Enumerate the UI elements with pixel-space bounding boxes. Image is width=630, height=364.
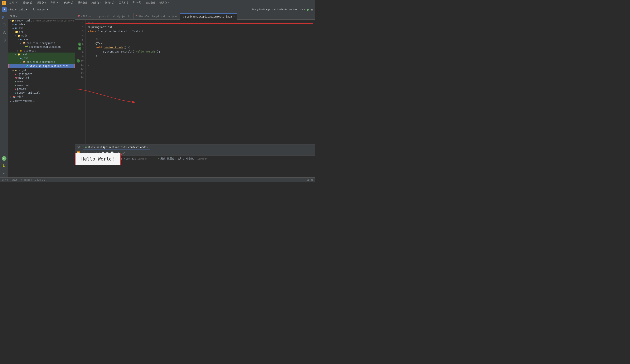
tree-label-resources: resources	[22, 49, 36, 52]
line-num-8: 8	[75, 50, 84, 55]
run-tab[interactable]: ▣ StudyJunitApplicationTests.contextLoad…	[84, 145, 150, 149]
tree-item-pkg-test[interactable]: ▾ 📦 com.zibo.studyjunit	[8, 60, 75, 64]
svg-point-2	[33, 8, 34, 9]
tree-item-helpmd[interactable]: MD HELP.md	[8, 76, 75, 80]
line-num-9: 9	[75, 55, 84, 59]
menu-refactor[interactable]: 重构(R)	[76, 1, 89, 5]
run-indicator-6[interactable]: ↺	[78, 42, 81, 46]
menu-view[interactable]: 视图(V)	[35, 1, 48, 5]
tree-item-app[interactable]: 🌱 StudyJunitApplication	[8, 45, 75, 49]
tree-item-mvnw[interactable]: ● mvnw	[8, 80, 75, 83]
hello-world-output: Hello World!	[75, 153, 121, 165]
svg-line-11	[3, 32, 4, 33]
sidebar-icon-project[interactable]	[2, 15, 7, 20]
tree-item-target[interactable]: ▶ ■ target	[8, 68, 75, 72]
tree-item-pkg-main[interactable]: ▾ 📦 com.zibo.studyjunit	[8, 41, 75, 45]
tab-helpmd[interactable]: MD HELP.md	[75, 13, 94, 19]
sidebar-icon-more[interactable]: ···	[2, 46, 7, 51]
code-new-2: 新 *	[88, 37, 312, 41]
code-line-6: @SpringBootTest	[88, 25, 312, 29]
run-tab-close[interactable]: ✕	[147, 146, 148, 148]
menu-file[interactable]: 文件(F)	[8, 1, 20, 5]
run-config-label: StudyJunitApplicationTests.contextLoads	[252, 8, 306, 11]
tree-label-pomxml: pom.xml	[17, 87, 28, 90]
svg-point-14	[4, 40, 4, 40]
settings-button[interactable]: ⚙	[311, 8, 313, 11]
menu-items: 文件(F) 编辑(E) 视图(V) 导航(N) 代码(C) 重构(R) 构建(B…	[8, 1, 171, 5]
tree-item-pomxml[interactable]: V pom.xml	[8, 87, 75, 91]
tree-label-mvnwcmd: mvnw.cmd	[17, 84, 29, 87]
tree-item-java-test[interactable]: ▾ ◼ java	[8, 56, 75, 60]
svg-text:S: S	[4, 2, 4, 4]
tree-label-app: StudyJunitApplication	[29, 45, 61, 48]
tree-label-root: study-junit	[15, 19, 32, 22]
line-num-2: 2	[75, 25, 84, 29]
hello-world-text: Hello World!	[81, 156, 114, 162]
line-num-11: 11	[75, 63, 84, 67]
project-panel-label: 项目	[10, 14, 15, 18]
line-num-4: 4	[75, 34, 84, 38]
menu-build[interactable]: 构建(B)	[90, 1, 103, 5]
menu-run[interactable]: 运行(U)	[104, 1, 116, 5]
tree-item-idea[interactable]: ▶ ■ .idea	[8, 22, 75, 26]
menu-edit[interactable]: 编辑(E)	[21, 1, 34, 5]
sidebar-icon-structure[interactable]	[2, 30, 7, 35]
tree-item-scratch[interactable]: ▶ ≡ 临时文件和控制台	[8, 99, 75, 103]
status-spaces: 4 spaces	[21, 178, 32, 181]
sidebar-icon-settings[interactable]: ⚙	[2, 171, 7, 176]
line-num-7: ✓ 7	[75, 46, 84, 50]
sidebar-icon-debug[interactable]: 🐛	[2, 163, 7, 168]
sidebar-icon-run[interactable]: ▶	[2, 156, 6, 161]
menu-help[interactable]: 帮助(H)	[158, 1, 171, 5]
branch-selector[interactable]: master ▾	[37, 8, 48, 11]
menu-git[interactable]: Git(G)	[131, 1, 143, 5]
tree-item-resources[interactable]: ▶ ■ resources	[8, 49, 75, 52]
code-line-7: class StudyJunitApplicationTests {	[88, 29, 312, 33]
tab-pomxml[interactable]: V pom.xml (study-junit)	[94, 13, 134, 19]
tree-item-external-libs[interactable]: ▶ 📚 外部库	[8, 95, 75, 99]
project-badge: S	[2, 7, 7, 12]
tab-studytests[interactable]: J StudyJunitApplicationTests.java ✕	[180, 13, 238, 19]
run-button[interactable]: ▶	[307, 7, 310, 12]
tree-item-mvn[interactable]: ▶ ■ .mvn	[8, 26, 75, 30]
menu-tools[interactable]: 工具(T)	[117, 1, 130, 5]
code-view: 1 2 3 4 5 ↺ 6 ✓ 7 8	[75, 19, 315, 144]
tree-label-target: target	[17, 69, 26, 72]
menu-window[interactable]: 窗口(W)	[144, 1, 157, 5]
status-bar: UTF-8 CRLF 4 spaces Java 11 11:35	[0, 177, 315, 182]
sidebar-icon-maven[interactable]	[2, 37, 7, 42]
tab-label-studyapp: StudyJunitApplication.java	[138, 15, 178, 18]
menu-code[interactable]: 代码(C)	[62, 1, 75, 5]
sidebar-icon-bookmark[interactable]	[2, 22, 7, 27]
line-num-1: 1	[75, 21, 84, 25]
code-content[interactable]: 新 * @SpringBootTest class StudyJunitAppl…	[86, 19, 315, 144]
tree-item-mvnwcmd[interactable]: ● mvnw.cmd	[8, 83, 75, 87]
line-num-5: 5	[75, 38, 84, 42]
run-expand-icon[interactable]: ⬡	[121, 151, 123, 154]
tree-item-gitignore[interactable]: ● .gitignore	[8, 72, 75, 76]
tree-label-scratch: 临时文件和控制台	[15, 99, 35, 103]
status-line-sep: CRLF	[12, 178, 18, 181]
menu-nav[interactable]: 导航(N)	[48, 1, 62, 5]
svg-rect-7	[2, 18, 6, 19]
tree-label-pkg-main: com.zibo.studyjunit	[26, 42, 55, 45]
project-selector[interactable]: study-junit ▾	[8, 8, 27, 11]
tab-studyapp[interactable]: J StudyJunitApplication.java	[134, 13, 180, 19]
run-indicator-7[interactable]: ✓	[78, 47, 81, 50]
tree-item-src[interactable]: ▾ 📁 src	[8, 30, 75, 34]
svg-point-10	[5, 33, 6, 34]
tree-label-mvn: .mvn	[17, 27, 23, 29]
tree-item-root[interactable]: ▾ 📁 study-junit D:\MyFile\IDEAProjects\S…	[8, 19, 75, 22]
tab-label-helpmd: HELP.md	[81, 15, 92, 18]
tab-close-studytests[interactable]: ✕	[234, 15, 235, 18]
tree-item-java-main[interactable]: ▾ ◼ java	[8, 37, 75, 41]
status-cursor: 11:35	[306, 178, 313, 181]
code-line-10: void contextLoads () {	[88, 45, 312, 50]
test-result-time: 135毫秒	[197, 157, 207, 161]
tree-item-main[interactable]: ▾ 📁 main	[8, 34, 75, 37]
run-indicator-10[interactable]: ✓	[76, 59, 80, 62]
tree-item-test[interactable]: ▾ 📁 test	[8, 52, 75, 56]
tree-label-gitignore: .gitignore	[17, 72, 32, 75]
tree-item-test-file[interactable]: 🧪 StudyJunitApplicationTests	[8, 64, 75, 68]
tree-item-iml[interactable]: ◆ study-junit.iml	[8, 91, 75, 95]
